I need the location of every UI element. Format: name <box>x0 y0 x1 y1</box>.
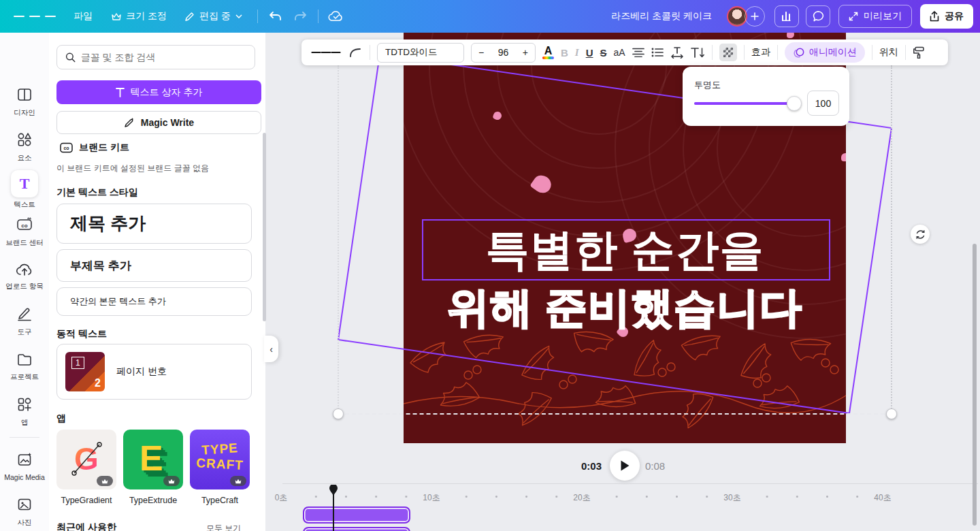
effects-button[interactable]: 효과 <box>751 46 770 59</box>
font-size-value[interactable]: 96 <box>498 47 509 58</box>
letter-spacing-button[interactable] <box>670 47 684 59</box>
selection-edge-bottom <box>338 413 892 415</box>
canvas-text-line2[interactable]: 위해 준비했습니다 <box>404 279 846 336</box>
pencil-icon <box>184 12 195 22</box>
panel-collapse-button[interactable]: ‹ <box>264 336 278 362</box>
play-button[interactable] <box>610 451 640 481</box>
underline-button[interactable]: U <box>586 47 593 59</box>
elements-icon <box>16 131 33 148</box>
selection-edge-right <box>891 65 892 414</box>
style-card-body[interactable]: 약간의 본문 텍스트 추가 <box>56 287 252 316</box>
brand-kit-title: 브랜드 키트 <box>79 142 129 154</box>
font-size-increase[interactable]: + <box>523 47 528 58</box>
sidebar-item-uploads[interactable]: 업로드 항목 <box>0 260 49 291</box>
position-button[interactable]: 위치 <box>879 46 898 59</box>
sidebar-item-brand-center[interactable]: co 브랜드 센터 <box>0 215 49 248</box>
toolbar-menu-icon[interactable] <box>311 50 340 54</box>
resize-handle-bottom-left[interactable] <box>333 408 344 419</box>
font-family-selector[interactable]: TDTD와이드 <box>377 43 464 63</box>
editing-label: 편집 중 <box>199 10 231 22</box>
text-color-letter: A <box>544 46 553 57</box>
magic-media-icon <box>16 451 33 468</box>
pen-tool-icon <box>16 305 33 323</box>
apps-header: 앱 <box>56 413 66 425</box>
dynamic-text-header: 동적 텍스트 <box>56 328 107 340</box>
sidebar-item-photos[interactable]: 사진 <box>0 496 49 528</box>
editing-mode-menu[interactable]: 편집 중 <box>184 10 242 22</box>
insights-button[interactable] <box>774 5 799 27</box>
text-color-button[interactable]: A <box>542 46 554 59</box>
resize-handle-bottom-right[interactable] <box>886 408 897 419</box>
design-title[interactable]: 라즈베리 초콜릿 케이크 <box>611 10 712 22</box>
app-name: TypeGradient <box>56 496 116 505</box>
curve-text-icon[interactable] <box>349 47 363 58</box>
preview-button[interactable]: 미리보기 <box>838 5 912 28</box>
list-button[interactable] <box>651 48 664 57</box>
thumb-number-1: 1 <box>71 357 84 369</box>
see-all-link[interactable]: 모두 보기 <box>206 523 241 531</box>
style-card-subheading[interactable]: 부제목 추가 <box>56 249 252 282</box>
sidebar-item-projects[interactable]: 프로젝트 <box>0 351 49 382</box>
add-textbox-button[interactable]: 텍스트 상자 추가 <box>56 80 261 104</box>
strikethrough-button[interactable]: S <box>600 47 607 59</box>
holly-decor <box>404 322 846 443</box>
transparency-popup: 투명도 100 <box>683 67 849 126</box>
text-align-button[interactable] <box>632 48 644 57</box>
text-panel: 텍스트 상자 추가 Magic Write co 브랜드 키트 이 브랜드 키트… <box>49 33 265 531</box>
animation-button[interactable]: 애니메이션 <box>785 42 865 63</box>
page-number-card[interactable]: 1 2 페이지 번호 <box>56 344 252 400</box>
timeline-clip-2[interactable] <box>303 527 410 531</box>
toolbar-divider <box>712 45 713 60</box>
vertical-text-button[interactable] <box>691 47 705 59</box>
sidebar-item-elements[interactable]: 요소 <box>0 131 49 163</box>
current-time: 0:03 <box>581 460 602 472</box>
brand-kit-row[interactable]: co 브랜드 키트 <box>60 142 129 154</box>
sidebar-item-tools[interactable]: 도구 <box>0 305 49 337</box>
brand-kit-icon: co <box>60 142 73 153</box>
app-tile-typecraft[interactable]: TYPE CRAFT <box>190 430 250 489</box>
comments-button[interactable] <box>806 5 830 27</box>
redo-icon <box>293 10 307 22</box>
transparency-value[interactable]: 100 <box>807 91 839 116</box>
sidebar-item-design[interactable]: 디자인 <box>0 86 49 118</box>
bold-button[interactable]: B <box>561 47 568 59</box>
share-button[interactable]: 공유 <box>920 4 973 29</box>
rainbow-bar <box>542 57 554 59</box>
app-tile-typeextrude[interactable]: E <box>123 430 183 489</box>
search-input[interactable] <box>81 52 246 63</box>
canvas-scrollbar[interactable] <box>973 244 977 526</box>
app-name: TypeCraft <box>190 496 250 505</box>
main-menu-button[interactable] <box>14 14 56 19</box>
transparency-button[interactable] <box>719 44 737 61</box>
rotate-button[interactable] <box>911 225 930 244</box>
play-icon <box>619 460 630 472</box>
font-size-decrease[interactable]: − <box>478 47 484 58</box>
resize-menu[interactable]: 크기 조정 <box>112 10 167 22</box>
sidebar-item-magic-media[interactable]: Magic Media <box>0 451 49 481</box>
app-tile-typegradient[interactable]: G <box>56 430 116 489</box>
sidebar-item-label: 요소 <box>0 153 49 163</box>
rotate-icon <box>915 229 926 240</box>
sidebar-item-text[interactable]: T 텍스트 <box>0 170 49 210</box>
slider-knob[interactable] <box>787 96 802 111</box>
style-card-heading[interactable]: 제목 추가 <box>56 204 252 244</box>
timeline-clip-1[interactable] <box>303 506 410 524</box>
undo-button[interactable] <box>269 10 282 22</box>
font-name-label: TDTD와이드 <box>385 46 438 59</box>
magic-write-button[interactable]: Magic Write <box>56 111 261 134</box>
copy-style-button[interactable] <box>913 46 925 59</box>
thumb-number-2: 2 <box>95 377 101 389</box>
playhead-marker[interactable] <box>329 485 338 497</box>
recently-used-header: 최근에 사용한 <box>56 521 116 531</box>
toolbar-divider <box>905 45 906 60</box>
redo-button[interactable] <box>293 10 307 22</box>
transparency-slider[interactable] <box>694 102 800 105</box>
panel-scrollbar[interactable] <box>263 133 266 321</box>
text-case-button[interactable]: aA <box>614 47 625 58</box>
italic-button[interactable]: I <box>575 47 579 59</box>
add-member-button[interactable] <box>745 6 765 27</box>
cloud-saved-button[interactable] <box>328 10 344 22</box>
font-search-box[interactable] <box>56 45 255 69</box>
sidebar-item-apps[interactable]: 앱 <box>0 396 49 428</box>
file-menu[interactable]: 파일 <box>74 10 93 22</box>
